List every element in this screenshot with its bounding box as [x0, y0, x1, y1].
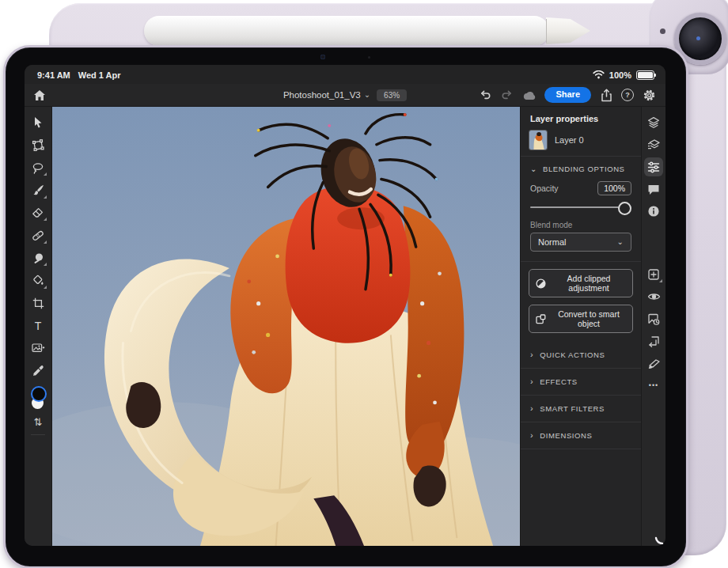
opacity-slider-knob[interactable]: [618, 202, 631, 215]
info-icon[interactable]: [644, 202, 663, 221]
section-dimensions[interactable]: › DIMENSIONS: [521, 422, 641, 449]
status-date: Wed 1 Apr: [78, 70, 121, 80]
send-back-icon[interactable]: [644, 331, 663, 350]
chevron-right-icon: ›: [530, 377, 533, 386]
eyedropper-tool-icon[interactable]: [28, 361, 48, 381]
add-clipped-adjustment-button[interactable]: Add clipped adjustment: [529, 269, 633, 297]
lens-glint: [696, 36, 700, 40]
mask-brush-icon[interactable]: [644, 354, 663, 373]
chevron-down-icon: ⌄: [364, 91, 370, 99]
layer-name: Layer 0: [555, 135, 584, 145]
more-options-icon[interactable]: •••: [644, 376, 663, 395]
opacity-label: Opacity: [530, 184, 559, 193]
crop-tool-icon[interactable]: [28, 293, 48, 313]
battery-icon: [636, 70, 654, 80]
panel-divider: [521, 261, 641, 262]
app-body: T ⇅: [25, 107, 665, 546]
move-tool-icon[interactable]: [28, 112, 48, 133]
blending-options-header[interactable]: ⌄ BLENDING OPTIONS: [521, 157, 641, 178]
ipad-front: 9:41 AM Wed 1 Apr 100%: [3, 45, 688, 568]
battery-percent: 100%: [609, 70, 631, 80]
cloud-sync-icon[interactable]: [522, 88, 537, 102]
settings-gear-icon[interactable]: [642, 88, 656, 102]
eraser-tool-icon[interactable]: [28, 203, 48, 223]
apple-pencil-seam: [546, 19, 547, 43]
panel-title: Layer properties: [521, 107, 641, 127]
toolbar-divider: [31, 434, 45, 435]
clone-stamp-tool-icon[interactable]: [28, 248, 48, 268]
chevron-right-icon: ›: [530, 404, 533, 413]
visibility-eye-icon[interactable]: [644, 287, 663, 306]
redo-icon[interactable]: [500, 88, 514, 102]
place-photo-tool-icon[interactable]: [28, 338, 48, 358]
scene: 9:41 AM Wed 1 Apr 100%: [0, 0, 728, 568]
layers-icon[interactable]: [644, 113, 663, 132]
home-icon[interactable]: [32, 88, 47, 102]
right-icon-strip: •••: [641, 107, 665, 546]
convert-smart-object-button[interactable]: Convert to smart object: [529, 305, 633, 333]
screen: 9:41 AM Wed 1 Apr 100%: [25, 65, 665, 546]
wifi-icon: [593, 70, 605, 81]
layer-thumbnail: [529, 130, 548, 150]
document-title[interactable]: Photoshoot_01_V3 ⌄: [283, 90, 370, 100]
color-swatches[interactable]: [28, 386, 48, 411]
status-bar: 9:41 AM Wed 1 Apr 100%: [25, 65, 665, 84]
layer-history-icon[interactable]: [644, 309, 663, 328]
opacity-value-field[interactable]: 100%: [597, 181, 631, 195]
add-layer-icon[interactable]: [644, 265, 663, 284]
properties-icon[interactable]: [644, 157, 663, 176]
blend-mode-label: Blend mode: [521, 216, 641, 233]
adjustment-icon: [536, 278, 546, 289]
chevron-right-icon: ›: [530, 431, 533, 440]
export-icon[interactable]: [599, 88, 613, 102]
status-time: 9:41 AM: [37, 70, 70, 80]
zoom-level-badge[interactable]: 63%: [377, 89, 407, 101]
opacity-slider-track[interactable]: [530, 206, 631, 208]
chevron-down-icon: ⌄: [530, 165, 537, 173]
undo-icon[interactable]: [478, 88, 492, 102]
fill-tool-icon[interactable]: [28, 271, 48, 291]
apple-pencil: [144, 16, 549, 46]
blend-mode-value: Normal: [538, 237, 566, 247]
chevron-right-icon: ›: [530, 350, 533, 359]
front-camera-icon: [320, 55, 325, 59]
swap-colors-icon[interactable]: ⇅: [34, 416, 43, 428]
front-sensor-dot: [368, 56, 370, 59]
layer-row[interactable]: Layer 0: [521, 127, 641, 157]
chevron-down-icon: ⌄: [617, 238, 624, 246]
blend-mode-dropdown[interactable]: Normal ⌄: [530, 233, 631, 252]
rear-mic-dot: [660, 28, 665, 34]
foreground-color-swatch[interactable]: [31, 386, 47, 402]
canvas[interactable]: [52, 107, 520, 546]
share-button[interactable]: Share: [544, 87, 591, 103]
smart-object-icon: [536, 314, 546, 324]
brush-tool-icon[interactable]: [28, 180, 48, 201]
layer-clip-icon[interactable]: [644, 135, 663, 154]
section-quick-actions[interactable]: › QUICK ACTIONS: [521, 342, 641, 369]
photo-layer-artwork: [52, 107, 520, 546]
opacity-slider[interactable]: [530, 200, 631, 214]
layer-properties-panel: Layer properties Layer 0 ⌄ BLENDING OPTI…: [520, 107, 641, 546]
comments-icon[interactable]: [644, 180, 663, 199]
type-tool-icon[interactable]: T: [28, 316, 48, 336]
transform-tool-icon[interactable]: [28, 135, 48, 156]
healing-brush-tool-icon[interactable]: [28, 225, 48, 246]
left-toolbar: T ⇅: [25, 107, 52, 546]
section-effects[interactable]: › EFFECTS: [521, 369, 641, 396]
help-icon[interactable]: ?: [621, 89, 634, 101]
app-header: Photoshoot_01_V3 ⌄ 63% Share: [25, 84, 665, 107]
lasso-tool-icon[interactable]: [28, 157, 48, 178]
section-smart-filters[interactable]: › SMART FILTERS: [521, 396, 641, 422]
